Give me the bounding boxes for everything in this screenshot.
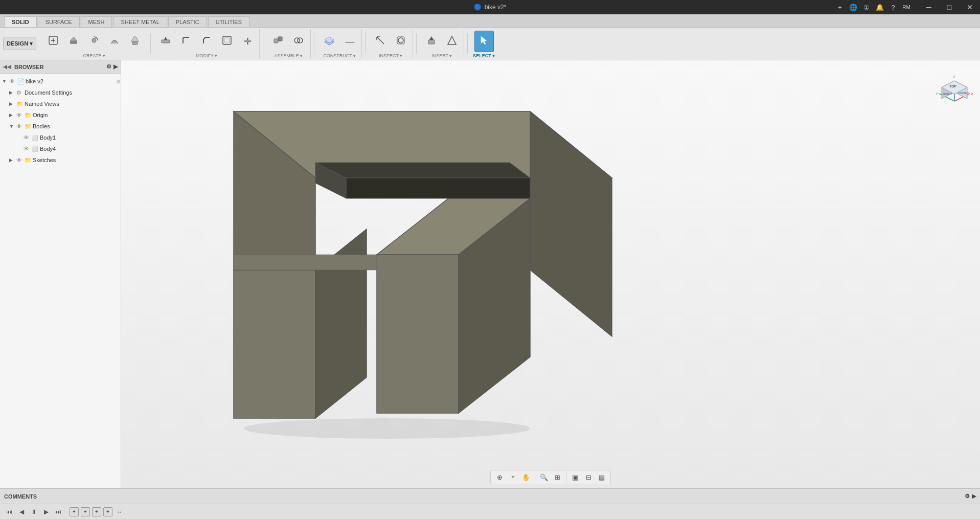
create-btn-group bbox=[43, 31, 145, 52]
expand-origin[interactable]: ▶ bbox=[9, 112, 16, 118]
assemble-section-label[interactable]: ASSEMBLE ▾ bbox=[274, 53, 303, 58]
tree-item-body4[interactable]: 👁 ⬜ Body4 bbox=[0, 143, 121, 154]
notifications-icon[interactable]: 🔔 bbox=[874, 0, 886, 14]
extrude-btn[interactable] bbox=[64, 31, 83, 52]
orbit-btn[interactable]: ⌖ bbox=[507, 471, 518, 483]
tab-solid[interactable]: SOLID bbox=[4, 16, 37, 27]
tree-item-sketches[interactable]: ▶ 👁 📁 Sketches bbox=[0, 154, 121, 166]
sweep-btn[interactable] bbox=[105, 31, 124, 52]
vis-body4[interactable]: 👁 bbox=[24, 146, 32, 152]
offset-plane-btn[interactable] bbox=[320, 31, 339, 52]
display-mode-btn[interactable]: ▣ bbox=[569, 471, 581, 483]
fit-to-window-btn[interactable]: ⊕ bbox=[494, 471, 505, 483]
modify-section-label[interactable]: MODIFY ▾ bbox=[196, 53, 217, 58]
minimize-button[interactable]: ─ bbox=[919, 0, 939, 14]
fillet-icon bbox=[180, 35, 192, 48]
expand-nv[interactable]: ▶ bbox=[9, 101, 16, 106]
create-section-label[interactable]: CREATE ▾ bbox=[83, 53, 105, 58]
assemble-btn2[interactable] bbox=[289, 31, 308, 52]
assemble-btn-group bbox=[268, 31, 308, 52]
shell-btn[interactable] bbox=[217, 31, 237, 52]
account-icon[interactable]: RM bbox=[900, 0, 913, 14]
zoom-out-btn[interactable]: 🔍 bbox=[538, 471, 550, 483]
expand-root[interactable]: ▼ bbox=[2, 79, 9, 84]
insert-section-label[interactable]: INSERT ▾ bbox=[431, 53, 452, 58]
timeline-marker-1[interactable]: + bbox=[70, 507, 79, 516]
timeline-marker-3[interactable]: + bbox=[92, 507, 101, 516]
comments-settings-icon[interactable]: ⚙ bbox=[965, 493, 970, 500]
vis-body1[interactable]: 👁 bbox=[24, 134, 32, 141]
tab-mesh[interactable]: MESH bbox=[81, 16, 112, 27]
add-tab-icon[interactable]: + bbox=[834, 0, 846, 14]
browser-header: ◀◀ BROWSER ⚙ ▶ bbox=[0, 60, 121, 74]
assemble-btn1[interactable] bbox=[268, 31, 288, 52]
tree-item-body1[interactable]: 👁 ⬜ Body1 bbox=[0, 132, 121, 143]
vis-root[interactable]: 👁 bbox=[9, 78, 17, 84]
tree-item-doc-settings[interactable]: ▶ ⚙ Document Settings bbox=[0, 87, 121, 98]
browser-expand-icon[interactable]: ▶ bbox=[113, 63, 118, 70]
new-body-icon bbox=[48, 35, 59, 48]
vis-sketches[interactable]: 👁 bbox=[16, 157, 25, 163]
browser-collapse-btn[interactable]: ◀◀ bbox=[3, 64, 11, 70]
user-count-icon[interactable]: ① bbox=[860, 0, 873, 14]
maximize-button[interactable]: □ bbox=[939, 0, 960, 14]
inspect-section-label[interactable]: INSPECT ▾ bbox=[379, 53, 402, 58]
timeline-marker-2[interactable]: + bbox=[81, 507, 90, 516]
revolve-btn[interactable] bbox=[84, 31, 104, 52]
tree-item-bodies[interactable]: ▼ 👁 📁 Bodies bbox=[0, 121, 121, 132]
tab-utilities[interactable]: UTILITIES bbox=[208, 16, 249, 27]
chamfer-btn[interactable] bbox=[197, 31, 216, 52]
assemble-icon2 bbox=[293, 35, 304, 48]
design-dropdown[interactable]: DESIGN ▾ bbox=[3, 37, 36, 50]
view-settings-btn[interactable]: ▤ bbox=[596, 471, 607, 483]
tl-pause-btn[interactable]: ⏸ bbox=[29, 507, 39, 517]
fillet-btn[interactable] bbox=[176, 31, 196, 52]
tl-start-btn[interactable]: ⏮ bbox=[4, 507, 14, 517]
browser-settings-icon[interactable]: ⚙ bbox=[106, 63, 111, 70]
expand-sketches[interactable]: ▶ bbox=[9, 157, 16, 163]
view-cube[interactable]: X Y Z TOP FRONT RIGHT bbox=[934, 65, 975, 106]
tl-play-btn[interactable]: ▶ bbox=[41, 507, 51, 517]
tree-item-named-views[interactable]: ▶ 📁 Named Views bbox=[0, 98, 121, 109]
shell-icon bbox=[221, 35, 233, 48]
close-button[interactable]: ✕ bbox=[960, 0, 980, 14]
cog-root[interactable]: ⚙ bbox=[116, 79, 121, 84]
label-nv: Named Views bbox=[25, 101, 121, 107]
expand-doc[interactable]: ▶ bbox=[9, 90, 16, 95]
vis-bodies[interactable]: 👁 bbox=[16, 123, 25, 129]
globe-icon[interactable]: 🌐 bbox=[847, 0, 859, 14]
window-controls: ─ □ ✕ bbox=[919, 0, 980, 14]
toolbar-section-inspect: INSPECT ▾ bbox=[369, 29, 413, 58]
zoom-in-btn[interactable]: ⊞ bbox=[552, 471, 563, 483]
grid-btn[interactable]: ⊟ bbox=[583, 471, 594, 483]
construct-section-label[interactable]: CONSTRUCT ▾ bbox=[323, 53, 356, 58]
construct-btn2[interactable]: — bbox=[340, 31, 359, 52]
tab-sheet-metal[interactable]: SHEET METAL bbox=[113, 16, 167, 27]
insert-btn2[interactable] bbox=[442, 31, 462, 52]
comments-expand-icon[interactable]: ▶ bbox=[972, 493, 976, 500]
zebra-btn[interactable] bbox=[391, 31, 411, 52]
tree-item-root[interactable]: ▼ 👁 📄 bike v2 ⚙ bbox=[0, 76, 121, 87]
tab-plastic[interactable]: PLASTIC bbox=[168, 16, 207, 27]
tl-prev-btn[interactable]: ◀ bbox=[16, 507, 27, 517]
timeline-marker-4[interactable]: + bbox=[103, 507, 112, 516]
pan-btn[interactable]: ✋ bbox=[520, 471, 532, 483]
insert-btn1[interactable] bbox=[422, 31, 441, 52]
press-pull-btn[interactable] bbox=[156, 31, 175, 52]
tl-end-btn[interactable]: ⏭ bbox=[53, 507, 63, 517]
tree-item-origin[interactable]: ▶ 👁 📁 Origin bbox=[0, 109, 121, 121]
create-new-btn[interactable] bbox=[43, 31, 63, 52]
select-btn[interactable] bbox=[474, 31, 494, 52]
select-section-label[interactable]: SELECT ▾ bbox=[473, 53, 495, 58]
measure-btn[interactable] bbox=[371, 31, 390, 52]
move-btn[interactable]: ✛ bbox=[238, 31, 257, 52]
help-icon[interactable]: ? bbox=[887, 0, 899, 14]
tab-surface[interactable]: SURFACE bbox=[38, 16, 80, 27]
viewport[interactable]: X Y Z TOP FRONT RIGHT ⊕ ⌖ ✋ 🔍 ⊞ bbox=[121, 60, 980, 488]
vis-origin[interactable]: 👁 bbox=[16, 112, 25, 118]
expand-bodies[interactable]: ▼ bbox=[9, 124, 16, 129]
loft-btn[interactable] bbox=[125, 31, 145, 52]
timeline-add-icon[interactable]: ↔ bbox=[117, 509, 122, 515]
svg-text:RIGHT: RIGHT bbox=[943, 93, 952, 96]
svg-rect-13 bbox=[224, 38, 230, 43]
